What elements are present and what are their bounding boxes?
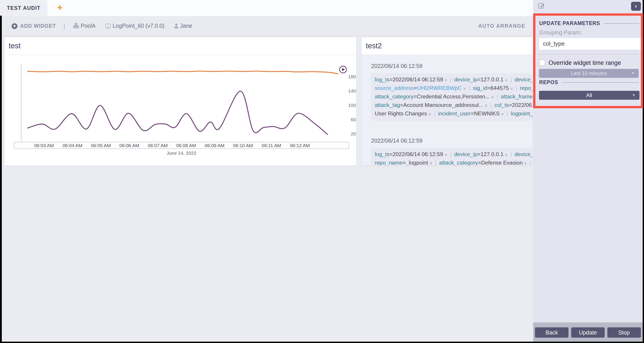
log-field-value[interactable]: =NEWNIKS [471, 110, 500, 117]
chevron-down-icon[interactable]: ∨ [430, 161, 432, 165]
log-field-value[interactable]: =Credential Access,Persisten... [414, 93, 490, 100]
tab-test-audit[interactable]: TEST AUDIT [0, 0, 47, 16]
chevron-down-icon[interactable]: ∨ [491, 95, 494, 99]
orange-series-line [27, 71, 338, 74]
x-tick-label: 06:06 AM [119, 143, 139, 148]
log-line: attack_category=Credential Access,Persis… [375, 92, 532, 101]
grouping-param-input[interactable] [539, 38, 641, 50]
back-button[interactable]: Back [535, 327, 569, 338]
log-field-value[interactable]: = [414, 85, 417, 91]
field-separator: | [450, 151, 452, 157]
field-separator: | [469, 85, 470, 91]
field-separator: | [510, 151, 512, 157]
add-tab-icon[interactable]: ✚ [57, 4, 62, 11]
log-field-key[interactable]: source_address [375, 85, 414, 91]
chevron-down-icon[interactable]: ∨ [444, 78, 447, 82]
log-field-value[interactable]: =Account Mansource_addressul... [400, 102, 484, 108]
chevron-down-icon[interactable]: ∨ [510, 86, 513, 91]
dashboard-toolbar: ✚ ADD WIDGET | PoolA LogPoint_60 (v7.0.0… [0, 16, 533, 36]
add-widget-button[interactable]: ✚ ADD WIDGET [12, 23, 56, 29]
x-tick-label: 06:08 AM [176, 143, 196, 148]
widget-test2: test2 2022/06/14 06:12:59log_ts=2022/06/… [361, 37, 533, 166]
log-field-key[interactable]: repo_name [375, 159, 402, 165]
log-field-key[interactable]: UHl2RWREBWpC [417, 85, 462, 91]
x-tick-label: 06:10 AM [233, 143, 253, 148]
screen-edge-right [643, 0, 644, 343]
log-field-key[interactable]: log_ts [375, 151, 390, 157]
x-tick-label: 06:03 AM [34, 143, 54, 148]
log-field-value[interactable]: =_logpoint [402, 159, 428, 165]
log-field-key[interactable]: logpoint_n [510, 110, 532, 117]
log-line: log_ts=2022/06/14 06:12:59∨|device_ip=12… [375, 75, 532, 84]
log-field-key[interactable]: device_ip [454, 151, 477, 157]
x-tick-label: 06:04 AM [62, 143, 82, 148]
repos-dropdown[interactable]: All ▼ [539, 91, 639, 100]
chevron-down-icon[interactable]: ∨ [485, 103, 488, 108]
screen-edge-bottom [0, 341, 644, 343]
log-field-key[interactable]: attack_tag [375, 102, 400, 108]
log-field-key[interactable]: log_ts [375, 76, 390, 83]
chevron-down-icon[interactable]: ∨ [444, 152, 447, 157]
y-tick-label: 180 [338, 74, 356, 79]
field-separator: | [506, 110, 508, 117]
field-separator: | [434, 110, 435, 117]
y-tick-label: 20 [338, 131, 356, 136]
time-range-dropdown[interactable]: Last 10 minutes ▼ [539, 69, 639, 78]
log-field-value[interactable]: =2022/06/14 06:12:59 [390, 151, 443, 157]
log-field-value[interactable]: =644575 [487, 85, 509, 91]
log-field-value[interactable]: User Rights Changes [375, 110, 427, 117]
tab-label: TEST AUDIT [7, 5, 41, 11]
log-field-key[interactable]: attack_category [439, 159, 478, 165]
field-separator: | [435, 159, 436, 165]
chevron-down-icon[interactable]: ∨ [524, 161, 527, 165]
log-field-value[interactable]: =2022/06/14 06:12:59 [390, 76, 443, 83]
log-field-key[interactable]: device_ip [454, 76, 477, 83]
parameters-panel: › UPDATE PARAMETERS Grouping Param: Over… [533, 0, 643, 343]
x-tick-label: 06:11 AM [262, 143, 281, 148]
edit-compose-icon[interactable] [538, 2, 544, 9]
x-tick-label: 06:05 AM [91, 143, 111, 148]
log-line: source_address=UHl2RWREBWpC∨|sig_id=6445… [375, 84, 532, 92]
widget-test: test 1801401006020 06:03 AM06:04 AM06:05… [4, 37, 356, 166]
log-line: attack_tag=Account Mansource_addressul..… [375, 101, 532, 109]
play-circle-icon[interactable] [339, 66, 346, 73]
heading-rule [604, 23, 639, 24]
chevron-down-icon[interactable]: ∨ [505, 78, 508, 82]
chevron-down-icon[interactable]: ∨ [463, 86, 466, 91]
widget-test2-title: test2 [361, 37, 532, 55]
x-axis-strip[interactable]: 06:03 AM06:04 AM06:05 AM06:06 AM06:07 AM… [14, 142, 349, 149]
log-entry: log_ts=2022/06/14 06:12:59∨|device_ip=12… [371, 148, 532, 165]
stop-button[interactable]: Stop [607, 327, 641, 338]
log-field-key[interactable]: incident_user [438, 110, 470, 117]
chevron-down-icon: ▼ [632, 69, 634, 78]
log-field-key[interactable]: device_ [514, 76, 532, 83]
chevron-down-icon[interactable]: ∨ [428, 112, 431, 116]
pool-cubes-icon [72, 23, 79, 29]
panel-collapse-button[interactable]: › [631, 2, 641, 11]
log-field-value[interactable]: =127.0.0.1 [477, 151, 504, 157]
chevron-down-icon[interactable]: ∨ [501, 112, 504, 116]
log-entry-timestamp: 2022/06/14 06:12:59 [371, 63, 532, 69]
field-separator: | [497, 93, 498, 100]
field-separator: | [530, 159, 531, 165]
chevron-down-icon[interactable]: ∨ [505, 152, 508, 157]
log-field-value[interactable]: =2022/06. [509, 102, 532, 108]
timechart: 1801401006020 06:03 AM06:04 AM06:05 AM06… [4, 37, 356, 165]
panel-button-bar: Back Update Stop [533, 322, 643, 341]
y-tick-label: 100 [338, 102, 356, 108]
log-field-key[interactable]: sig_id [473, 85, 487, 91]
log-field-value[interactable]: =127.0.0.1 [477, 76, 504, 83]
log-field-value[interactable]: =Defense Evasion [478, 159, 523, 165]
update-button[interactable]: Update [571, 327, 605, 338]
repos-heading-rule [562, 82, 638, 83]
auto-arrange-button[interactable]: AUTO ARRANGE [478, 23, 525, 29]
update-parameters-heading-row: UPDATE PARAMETERS [539, 21, 639, 26]
log-field-key[interactable]: repo_na [520, 85, 532, 91]
logpoint-indicator: LogPoint_60 (v7.0.0) [105, 23, 164, 29]
override-time-range-checkbox[interactable] [539, 59, 545, 66]
log-field-key[interactable]: col_ts [494, 102, 509, 108]
log-field-key[interactable]: attack_category [375, 93, 414, 100]
log-field-key[interactable]: attack_framew [501, 93, 532, 100]
field-separator: | [510, 76, 512, 83]
log-field-key[interactable]: device_ [514, 151, 532, 157]
